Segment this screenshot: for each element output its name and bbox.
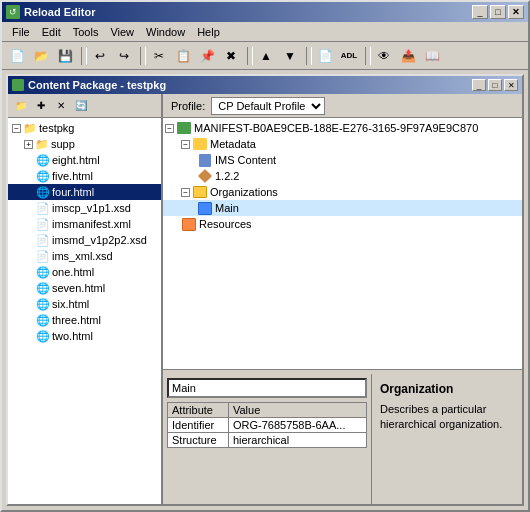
- maximize-button[interactable]: □: [490, 5, 506, 19]
- ims-content-icon: [197, 153, 213, 167]
- manifest-ims-content-item[interactable]: IMS Content: [163, 152, 522, 168]
- tree-item-three[interactable]: 🌐 three.html: [8, 312, 161, 328]
- name-input[interactable]: [167, 378, 367, 398]
- description-title: Organization: [380, 382, 514, 396]
- redo-button[interactable]: ↪: [113, 45, 135, 67]
- refresh-button[interactable]: 🔄: [72, 97, 90, 115]
- copy-button[interactable]: 📋: [172, 45, 194, 67]
- manifest-tree-panel: − MANIFEST-B0AE9CEB-188E-E276-3165-9F97A…: [163, 118, 522, 370]
- page-button[interactable]: 📄: [314, 45, 336, 67]
- folder-icon: 📁: [23, 121, 37, 135]
- tree-label-five: five.html: [52, 170, 93, 182]
- manifest-main-item[interactable]: Main: [163, 200, 522, 216]
- toggle-organizations[interactable]: −: [181, 188, 190, 197]
- open-button[interactable]: 📂: [30, 45, 52, 67]
- menu-tools[interactable]: Tools: [67, 24, 105, 40]
- menu-file[interactable]: File: [6, 24, 36, 40]
- menu-view[interactable]: View: [104, 24, 140, 40]
- sub-app-icon: [12, 79, 24, 91]
- tree-label-imsmanifest: imsmanifest.xml: [52, 218, 131, 230]
- xml-icon-imsmd: 📄: [36, 233, 50, 247]
- save-button[interactable]: 💾: [54, 45, 76, 67]
- tree-item-two[interactable]: 🌐 two.html: [8, 328, 161, 344]
- tree-item-seven[interactable]: 🌐 seven.html: [8, 280, 161, 296]
- tree-label-two: two.html: [52, 330, 93, 342]
- html-icon-five: 🌐: [36, 169, 50, 183]
- remove-item-button[interactable]: ✕: [52, 97, 70, 115]
- adl-button[interactable]: ADL: [338, 45, 360, 67]
- sub-title-buttons: _ □ ✕: [472, 79, 518, 91]
- tree-item-imsmd[interactable]: 📄 imsmd_v1p2p2.xsd: [8, 232, 161, 248]
- tree-item-testpkg[interactable]: − 📁 testpkg: [8, 120, 161, 136]
- manifest-organizations-item[interactable]: − Organizations: [163, 184, 522, 200]
- profile-select[interactable]: CP Default Profile IMS Profile SCORM Pro…: [211, 97, 325, 115]
- organizations-folder-icon: [192, 185, 208, 199]
- tree-item-six[interactable]: 🌐 six.html: [8, 296, 161, 312]
- tree-label-imscp: imscp_v1p1.xsd: [52, 202, 131, 214]
- manifest-metadata-item[interactable]: − Metadata: [163, 136, 522, 152]
- html-icon-one: 🌐: [36, 265, 50, 279]
- tree-item-supp[interactable]: + 📁 supp: [8, 136, 161, 152]
- sub-minimize-button[interactable]: _: [472, 79, 486, 91]
- value-identifier[interactable]: ORG-7685758B-6AA...: [228, 418, 366, 433]
- attributes-table: Attribute Value Identifier ORG-7685758B-…: [167, 402, 367, 448]
- move-up-button[interactable]: ▲: [255, 45, 277, 67]
- menu-window[interactable]: Window: [140, 24, 191, 40]
- attr-header: Attribute: [168, 403, 229, 418]
- toggle-testpkg[interactable]: −: [12, 124, 21, 133]
- preview-button[interactable]: 👁: [373, 45, 395, 67]
- undo-button[interactable]: ↩: [89, 45, 111, 67]
- content-package-window: Content Package - testpkg _ □ ✕ 📁 ✚ ✕ 🔄 …: [6, 74, 524, 506]
- xml-icon-imscp: 📄: [36, 201, 50, 215]
- manifest-resources-item[interactable]: Resources: [163, 216, 522, 232]
- tree-item-one[interactable]: 🌐 one.html: [8, 264, 161, 280]
- cut-button[interactable]: ✂: [148, 45, 170, 67]
- sub-close-button[interactable]: ✕: [504, 79, 518, 91]
- html-icon-two: 🌐: [36, 329, 50, 343]
- manifest-root-item[interactable]: − MANIFEST-B0AE9CEB-188E-E276-3165-9F97A…: [163, 120, 522, 136]
- tree-label-testpkg: testpkg: [39, 122, 74, 134]
- manifest-root-label: MANIFEST-B0AE9CEB-188E-E276-3165-9F97A9E…: [194, 122, 478, 134]
- minimize-button[interactable]: _: [472, 5, 488, 19]
- value-structure[interactable]: hierarchical: [228, 433, 366, 448]
- tree-item-five[interactable]: 🌐 five.html: [8, 168, 161, 184]
- html-icon-four: 🌐: [36, 185, 50, 199]
- version-label: 1.2.2: [215, 170, 239, 182]
- resources-icon: [181, 217, 197, 231]
- sub-maximize-button[interactable]: □: [488, 79, 502, 91]
- title-bar-left: ↺ Reload Editor: [6, 5, 96, 19]
- tree-item-imsmanifest[interactable]: 📄 imsmanifest.xml: [8, 216, 161, 232]
- tree-item-four[interactable]: 🌐 four.html: [8, 184, 161, 200]
- new-button[interactable]: 📄: [6, 45, 28, 67]
- toggle-metadata[interactable]: −: [181, 140, 190, 149]
- move-down-button[interactable]: ▼: [279, 45, 301, 67]
- tree-item-imscp[interactable]: 📄 imscp_v1p1.xsd: [8, 200, 161, 216]
- resources-label: Resources: [199, 218, 252, 230]
- value-header: Value: [228, 403, 366, 418]
- delete-button[interactable]: ✖: [220, 45, 242, 67]
- tree-label-four: four.html: [52, 186, 94, 198]
- sub-window-title: Content Package - testpkg: [28, 79, 166, 91]
- toggle-manifest[interactable]: −: [165, 124, 174, 133]
- description-text: Describes a particular hierarchical orga…: [380, 402, 514, 433]
- tree-item-eight[interactable]: 🌐 eight.html: [8, 152, 161, 168]
- html-icon-three: 🌐: [36, 313, 50, 327]
- bottom-area: Attribute Value Identifier ORG-7685758B-…: [163, 374, 522, 504]
- toggle-supp[interactable]: +: [24, 140, 33, 149]
- version-icon: [197, 169, 213, 183]
- tree-label-one: one.html: [52, 266, 94, 278]
- title-buttons: _ □ ✕: [472, 5, 524, 19]
- manifest-version-item[interactable]: 1.2.2: [163, 168, 522, 184]
- tree-item-ims-xml[interactable]: 📄 ims_xml.xsd: [8, 248, 161, 264]
- paste-button[interactable]: 📌: [196, 45, 218, 67]
- folder-new-button[interactable]: 📁: [12, 97, 30, 115]
- menu-help[interactable]: Help: [191, 24, 226, 40]
- book-button[interactable]: 📖: [421, 45, 443, 67]
- main-org-icon: [197, 201, 213, 215]
- menu-bar: File Edit Tools View Window Help: [2, 22, 528, 42]
- menu-edit[interactable]: Edit: [36, 24, 67, 40]
- add-item-button[interactable]: ✚: [32, 97, 50, 115]
- app-icon: ↺: [6, 5, 20, 19]
- export-button[interactable]: 📤: [397, 45, 419, 67]
- close-button[interactable]: ✕: [508, 5, 524, 19]
